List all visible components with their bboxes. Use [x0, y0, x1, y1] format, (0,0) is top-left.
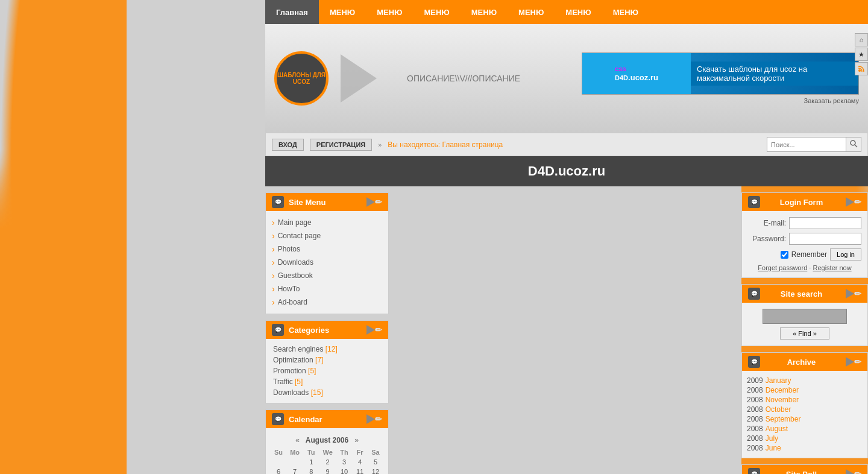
- pencil-icon: ✏: [375, 197, 382, 207]
- find-button[interactable]: « Find »: [780, 327, 829, 340]
- archive-2008-nov[interactable]: 2008 November: [747, 395, 863, 405]
- site-menu-box: 💬 Site Menu ✏ Main page Contact page Pho…: [265, 192, 389, 314]
- cal-day-su: Su: [271, 447, 286, 457]
- cal-next[interactable]: »: [354, 436, 359, 444]
- nav-menu-1[interactable]: МЕНЮ: [319, 0, 366, 24]
- nav-menu-5[interactable]: МЕНЮ: [508, 0, 555, 24]
- cal-day[interactable]: 4: [352, 457, 368, 467]
- cal-day[interactable]: 11: [352, 467, 368, 474]
- search-input[interactable]: [767, 139, 846, 150]
- site-search-input[interactable]: [763, 309, 847, 324]
- log-in-button[interactable]: Log in: [830, 248, 861, 261]
- login-button[interactable]: ВХОД: [272, 139, 304, 151]
- menu-photos[interactable]: Photos: [271, 242, 383, 256]
- archive-content: 2009 January 2008 December 2008 November: [742, 371, 867, 458]
- icon-star[interactable]: ★: [855, 48, 868, 61]
- cat-promotion[interactable]: Promotion [5]: [271, 365, 383, 376]
- search-box: [767, 137, 861, 152]
- menu-main-page[interactable]: Main page: [271, 216, 383, 229]
- forget-password-link[interactable]: Forget password: [758, 264, 807, 271]
- cal-month-title: August 2006: [306, 436, 348, 444]
- cal-prev[interactable]: «: [295, 436, 300, 444]
- menu-adboard[interactable]: Ad-board: [271, 295, 383, 309]
- cal-day[interactable]: 10: [336, 467, 352, 474]
- login-form-content: E-mail: Password: Remember Log in: [742, 211, 867, 277]
- nav-home[interactable]: Главная: [265, 0, 319, 24]
- categories-content: Search engines [12] Optimization [7] Pro…: [266, 339, 388, 403]
- menu-downloads[interactable]: Downloads: [271, 256, 383, 269]
- calendar-nav: « August 2006 »: [271, 433, 383, 447]
- menu-chat-icon: 💬: [272, 196, 284, 208]
- remember-label: Remember: [791, 250, 827, 259]
- breadcrumb-bar: ВХОД РЕГИСТРАЦИЯ » Вы находитесь: Главна…: [265, 133, 868, 156]
- banner-text: Скачать шаблоны для ucoz на максимальной…: [691, 62, 858, 86]
- cal-day[interactable]: 3: [336, 457, 352, 467]
- cal-day[interactable]: 1: [303, 457, 319, 467]
- cal-day[interactable]: 2: [319, 457, 336, 467]
- cat-traffic[interactable]: Traffic [5]: [271, 376, 383, 387]
- email-label: E-mail:: [748, 219, 786, 227]
- menu-contact[interactable]: Contact page: [271, 229, 383, 242]
- header-area: ШАБЛОНЫ ДЛЯ UCOZ ОПИСАНИЕ\\V///ОПИСАНИЕ …: [265, 24, 868, 133]
- right-column: 💬 Login Form ✏ E-mail: Passwor: [741, 192, 868, 474]
- archive-box: 💬 Archive ✏ 2009 January 2008: [741, 352, 868, 458]
- menu-guestbook[interactable]: Guestbook: [271, 269, 383, 282]
- cat-downloads[interactable]: Downloads [15]: [271, 387, 383, 398]
- cal-day[interactable]: 12: [368, 467, 383, 474]
- categories-title: Categories: [289, 326, 329, 335]
- poll-chat-icon: 💬: [748, 468, 760, 474]
- cal-day[interactable]: 9: [319, 467, 336, 474]
- login-arrow: ✏: [843, 197, 861, 207]
- archive-2008-aug[interactable]: 2008 August: [747, 424, 863, 434]
- register-now-link[interactable]: Register now: [813, 264, 851, 271]
- site-search-box: 💬 Site search ✏ « Find »: [741, 284, 868, 346]
- cat-pencil-icon: ✏: [375, 325, 382, 335]
- banner-logo: CSS D4D.ucoz.ru: [582, 53, 691, 94]
- cal-arrow: ✏: [363, 414, 382, 424]
- search-pencil: ✏: [854, 289, 861, 299]
- calendar-header-bar: 💬 Calendar ✏: [266, 410, 388, 428]
- nav-menu-2[interactable]: МЕНЮ: [366, 0, 413, 24]
- archive-2009-jan[interactable]: 2009 January: [747, 376, 863, 385]
- cal-day[interactable]: 5: [368, 457, 383, 467]
- banner-area: CSS D4D.ucoz.ru Скачать шаблоны для ucoz…: [582, 52, 859, 104]
- svg-line-2: [855, 145, 857, 147]
- cal-day-we: We: [319, 447, 336, 457]
- archive-title: Archive: [787, 358, 816, 367]
- register-button[interactable]: РЕГИСТРАЦИЯ: [310, 139, 372, 151]
- cal-pencil-icon: ✏: [375, 414, 382, 424]
- archive-2008-jun[interactable]: 2008 June: [747, 443, 863, 453]
- archive-2008-oct[interactable]: 2008 October: [747, 405, 863, 414]
- login-form-header: 💬 Login Form ✏: [742, 193, 867, 211]
- remember-checkbox[interactable]: [781, 251, 788, 259]
- login-form-title: Login Form: [780, 198, 823, 207]
- email-field[interactable]: [789, 217, 861, 229]
- current-page-link[interactable]: Главная страница: [442, 141, 503, 149]
- site-menu-content: Main page Contact page Photos Downloads …: [266, 211, 388, 314]
- cal-day: [271, 457, 286, 467]
- ad-link[interactable]: Заказать рекламу: [804, 97, 859, 104]
- cal-day[interactable]: 7: [286, 467, 303, 474]
- icon-rss[interactable]: [855, 62, 868, 75]
- archive-2008-sep[interactable]: 2008 September: [747, 414, 863, 424]
- cat-search-engines[interactable]: Search engines [12]: [271, 344, 383, 355]
- icon-home[interactable]: ⌂: [855, 33, 868, 46]
- nav-menu-6[interactable]: МЕНЮ: [555, 0, 602, 24]
- cat-optimization[interactable]: Optimization [7]: [271, 355, 383, 365]
- nav-menu-4[interactable]: МЕНЮ: [461, 0, 508, 24]
- nav-menu-3[interactable]: МЕНЮ: [413, 0, 460, 24]
- login-form-box: 💬 Login Form ✏ E-mail: Passwor: [741, 192, 868, 278]
- archive-2008-jul[interactable]: 2008 July: [747, 434, 863, 443]
- archive-2008-dec[interactable]: 2008 December: [747, 385, 863, 395]
- nav-menu-7[interactable]: МЕНЮ: [602, 0, 649, 24]
- search-button[interactable]: [846, 137, 861, 151]
- left-column: 💬 Site Menu ✏ Main page Contact page Pho…: [265, 192, 389, 474]
- login-pencil: ✏: [854, 197, 861, 207]
- banner[interactable]: CSS D4D.ucoz.ru Скачать шаблоны для ucoz…: [582, 52, 859, 95]
- cal-day[interactable]: 6: [271, 467, 286, 474]
- menu-howto[interactable]: HowTo: [271, 282, 383, 295]
- site-menu-title: Site Menu: [289, 198, 326, 207]
- password-field[interactable]: [789, 233, 861, 245]
- cal-day[interactable]: 8: [303, 467, 319, 474]
- cal-day-mo: Mo: [286, 447, 303, 457]
